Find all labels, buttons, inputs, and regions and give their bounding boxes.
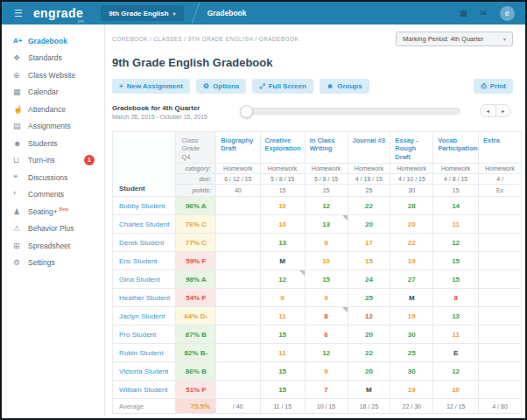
score-cell[interactable]: 12	[433, 362, 479, 381]
score-cell[interactable]: 11	[433, 215, 479, 234]
messages-icon[interactable]: ✉	[480, 9, 487, 18]
score-cell[interactable]	[479, 270, 522, 289]
score-cell[interactable]	[216, 344, 260, 362]
score-cell[interactable]: 19	[390, 381, 433, 399]
score-cell[interactable]: 15	[433, 252, 479, 270]
score-cell[interactable]: M	[390, 289, 433, 307]
score-cell[interactable]: 25	[348, 289, 390, 307]
top-scrollbar-handle[interactable]	[240, 105, 253, 118]
score-cell[interactable]: 6	[305, 326, 348, 344]
score-cell[interactable]: 28	[390, 197, 433, 215]
student-name-link[interactable]: Bobby Student	[113, 197, 176, 215]
score-cell[interactable]	[216, 197, 260, 215]
score-cell[interactable]: 17	[348, 234, 390, 252]
student-name-link[interactable]: Gina Student	[113, 270, 176, 289]
groups-button[interactable]: ☻ Groups	[320, 79, 369, 94]
sidebar-item-students[interactable]: ☻Students	[2, 135, 104, 152]
score-cell[interactable]: 15	[305, 270, 348, 289]
user-avatar[interactable]: e	[500, 6, 515, 21]
sidebar-item-attendance[interactable]: ☝Attendance	[2, 101, 104, 118]
student-name-link[interactable]: William Student	[113, 381, 176, 399]
score-cell[interactable]	[479, 381, 522, 399]
score-cell[interactable]: 30	[390, 362, 433, 381]
score-cell[interactable]	[216, 270, 260, 289]
score-cell[interactable]: 9	[305, 362, 348, 381]
score-cell[interactable]: 9	[305, 289, 348, 307]
engrade-logo[interactable]: engrade pro	[33, 6, 83, 20]
score-cell[interactable]: 11	[260, 344, 305, 362]
student-name-link[interactable]: Charles Student	[113, 215, 176, 234]
score-cell[interactable]	[216, 234, 260, 252]
score-cell[interactable]	[216, 307, 260, 326]
score-cell[interactable]: 12	[260, 270, 305, 289]
sidebar-item-settings[interactable]: ⚙Settings	[2, 255, 104, 272]
score-cell[interactable]: 11	[260, 307, 305, 326]
prev-columns-button[interactable]: ◂	[481, 105, 496, 116]
student-name-link[interactable]: Pro Student	[113, 326, 176, 344]
score-cell[interactable]: 12	[305, 197, 348, 215]
student-name-link[interactable]: Robin Student	[113, 344, 176, 362]
score-cell[interactable]: E	[433, 344, 479, 362]
score-cell[interactable]: 25	[390, 344, 433, 362]
score-cell[interactable]: 14	[433, 197, 479, 215]
score-cell[interactable]	[479, 289, 522, 307]
topbar-gradebook-tab[interactable]: Gradebook	[207, 9, 247, 18]
score-cell[interactable]: M	[260, 252, 305, 270]
sidebar-item-comments[interactable]: ❛Comments	[2, 186, 104, 204]
score-cell[interactable]: 11	[433, 326, 479, 344]
score-cell[interactable]	[479, 197, 522, 215]
assignment-header-link[interactable]: Essay - Rough Draft	[390, 132, 433, 164]
student-name-link[interactable]: Jaclyn Student	[113, 307, 176, 326]
score-cell[interactable]: 20	[348, 326, 390, 344]
sidebar-item-standards[interactable]: ❖Standards	[2, 50, 104, 67]
sidebar-item-calendar[interactable]: ▦Calendar	[2, 84, 104, 102]
new-assignment-button[interactable]: + New Assignment	[112, 79, 190, 94]
score-cell[interactable]: 12	[348, 307, 390, 326]
hamburger-menu-icon[interactable]: ☰	[14, 8, 23, 19]
score-cell[interactable]: 15	[433, 270, 479, 289]
score-cell[interactable]: 8	[305, 307, 348, 326]
top-horizontal-scrollbar[interactable]	[240, 108, 460, 115]
score-cell[interactable]: 10	[305, 252, 348, 270]
score-cell[interactable]: 10	[260, 197, 305, 215]
score-cell[interactable]	[216, 362, 260, 381]
score-cell[interactable]: 20	[348, 362, 390, 381]
score-cell[interactable]: 10	[433, 381, 479, 399]
assignment-header-link[interactable]: Journal #3	[348, 132, 390, 164]
marking-period-select[interactable]: Marking Period: 4th Quarter ▾	[396, 32, 513, 46]
score-cell[interactable]	[479, 362, 522, 381]
score-cell[interactable]: 8	[433, 289, 479, 307]
score-cell[interactable]: 9	[305, 234, 348, 252]
score-cell[interactable]	[479, 234, 522, 252]
student-name-link[interactable]: Derek Student	[113, 234, 176, 252]
score-cell[interactable]: 22	[348, 197, 390, 215]
sidebar-item-gradebook[interactable]: A+Gradebook	[2, 32, 104, 50]
score-cell[interactable]	[216, 252, 260, 270]
score-cell[interactable]: 15	[260, 362, 305, 381]
score-cell[interactable]	[479, 344, 522, 362]
score-cell[interactable]	[479, 252, 522, 270]
print-button[interactable]: ⎙ Print	[474, 79, 513, 94]
sidebar-item-spreadsheet[interactable]: ⊞Spreadsheet	[2, 237, 104, 255]
score-cell[interactable]: 12	[433, 234, 479, 252]
apps-grid-icon[interactable]: ▦	[460, 9, 467, 18]
score-cell[interactable]	[216, 289, 260, 307]
score-cell[interactable]: 20	[348, 215, 390, 234]
class-selector-dropdown[interactable]: 9th Grade English ▾	[101, 5, 183, 21]
score-cell[interactable]: 7	[305, 381, 348, 399]
score-cell[interactable]	[479, 307, 522, 326]
score-cell[interactable]: 15	[348, 252, 390, 270]
score-cell[interactable]: 10	[260, 215, 305, 234]
score-cell[interactable]: 24	[348, 270, 390, 289]
assignment-header-link[interactable]: Vocab Participation	[433, 132, 479, 164]
student-name-link[interactable]: Heather Student	[113, 289, 176, 307]
next-columns-button[interactable]: ▸	[496, 105, 511, 116]
score-cell[interactable]: 15	[260, 381, 305, 399]
assignment-header-link[interactable]: Extra	[479, 132, 522, 164]
score-cell[interactable]: 30	[390, 326, 433, 344]
sidebar-item-assignments[interactable]: ▤Assignments	[2, 118, 104, 136]
sidebar-item-class-website[interactable]: ⊕Class Website	[2, 66, 104, 84]
score-cell[interactable]: 9	[260, 289, 305, 307]
score-cell[interactable]	[216, 381, 260, 399]
score-cell[interactable]: 13	[305, 215, 348, 234]
